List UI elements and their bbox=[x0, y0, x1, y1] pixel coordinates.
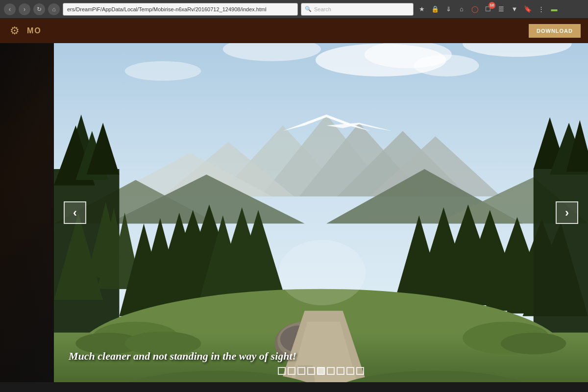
gear-icon: ⚙ bbox=[10, 24, 20, 37]
indicator-6[interactable] bbox=[327, 367, 335, 375]
download-icon[interactable]: ⇓ bbox=[443, 4, 454, 15]
svg-point-5 bbox=[125, 61, 201, 81]
lock-icon[interactable]: 🔒 bbox=[430, 4, 441, 15]
search-bar-wrapper: 🔍 Search bbox=[301, 3, 414, 16]
indicator-3[interactable] bbox=[297, 367, 305, 375]
forward-button[interactable]: › bbox=[19, 3, 30, 15]
indicator-7[interactable] bbox=[337, 367, 344, 375]
sidebar-background bbox=[0, 19, 54, 382]
extensions-icon[interactable]: ☐ 10 bbox=[483, 4, 493, 15]
indicator-4[interactable] bbox=[307, 367, 315, 375]
next-arrow[interactable]: › bbox=[556, 201, 578, 224]
back-button[interactable]: ‹ bbox=[4, 3, 16, 15]
indicator-5[interactable] bbox=[317, 367, 325, 375]
app-header: ⚙ MO DOWNLOAD bbox=[0, 19, 588, 43]
download-button[interactable]: DOWNLOAD bbox=[529, 24, 581, 38]
main-content-area: ‹ › Much cleaner and not standing in bbox=[54, 19, 588, 382]
indicator-2[interactable] bbox=[288, 367, 295, 375]
chevron-down-icon[interactable]: ▼ bbox=[509, 4, 520, 15]
stats-icon[interactable]: ▬ bbox=[549, 4, 560, 15]
search-icon: 🔍 bbox=[305, 6, 312, 12]
app-content: ⚙ MO DOWNLOAD bbox=[0, 19, 588, 382]
toolbar-icons: ★ 🔒 ⇓ ⌂ ◯ ☐ 10 ☰ ▼ 🔖 ⋮ ▬ bbox=[416, 4, 560, 15]
address-bar[interactable]: ers/DreamPiF/AppData/Local/Temp/Mobirise… bbox=[63, 3, 298, 16]
prev-arrow[interactable]: ‹ bbox=[64, 201, 86, 224]
indicator-9[interactable] bbox=[356, 367, 364, 375]
svg-point-63 bbox=[278, 240, 366, 305]
search-bar[interactable]: Search bbox=[301, 3, 414, 16]
slide-indicators bbox=[54, 367, 588, 375]
left-sidebar bbox=[0, 19, 54, 382]
search-placeholder: Search bbox=[314, 6, 331, 12]
slide-caption: Much cleaner and not standing in the way… bbox=[54, 350, 588, 363]
more-icon[interactable]: ⋮ bbox=[536, 4, 546, 15]
app-logo-icon: ⚙ bbox=[7, 24, 22, 38]
chevron-right-icon: › bbox=[565, 206, 569, 220]
chevron-left-icon: ‹ bbox=[73, 206, 77, 220]
address-text: ers/DreamPiF/AppData/Local/Temp/Mobirise… bbox=[67, 6, 267, 12]
home-button[interactable]: ⌂ bbox=[48, 3, 60, 15]
app-title: MO bbox=[27, 26, 42, 35]
browser-toolbar: ‹ › ↻ ⌂ ers/DreamPiF/AppData/Local/Temp/… bbox=[0, 0, 588, 19]
refresh-button[interactable]: ↻ bbox=[33, 3, 45, 15]
home-icon[interactable]: ⌂ bbox=[456, 4, 467, 15]
menu-icon[interactable]: ☰ bbox=[496, 4, 507, 15]
star-icon[interactable]: ★ bbox=[416, 4, 427, 15]
landscape-svg bbox=[54, 43, 588, 382]
badge-count: 10 bbox=[489, 2, 495, 9]
slide-image bbox=[54, 43, 588, 382]
slider-container: ‹ › Much cleaner and not standing in bbox=[54, 43, 588, 382]
browser-chrome: ‹ › ↻ ⌂ ers/DreamPiF/AppData/Local/Temp/… bbox=[0, 0, 588, 19]
indicator-8[interactable] bbox=[346, 367, 354, 375]
indicator-1[interactable] bbox=[278, 367, 286, 375]
bookmark-icon[interactable]: 🔖 bbox=[522, 4, 533, 15]
svg-point-3 bbox=[414, 54, 479, 76]
caption-text: Much cleaner and not standing in the way… bbox=[69, 350, 296, 362]
opera-icon[interactable]: ◯ bbox=[469, 4, 480, 15]
